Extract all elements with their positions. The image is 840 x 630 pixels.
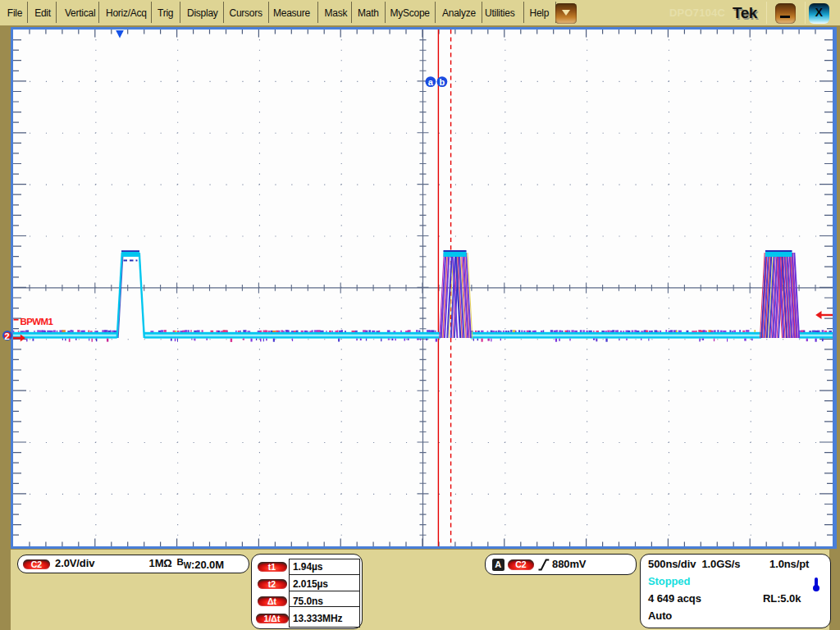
svg-text:a: a <box>428 76 434 86</box>
svg-text:b: b <box>440 76 445 86</box>
svg-text:BPWM1: BPWM1 <box>21 316 54 326</box>
